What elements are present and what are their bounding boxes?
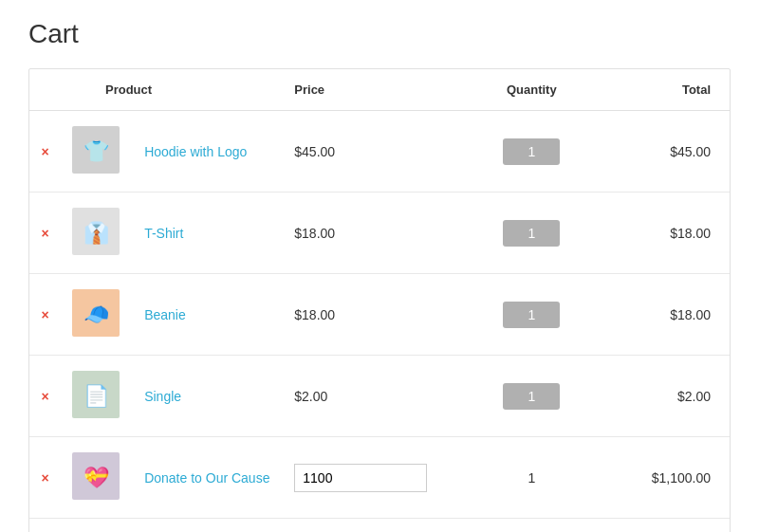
product-name-cell: Hoodie with Logo (133, 111, 283, 193)
product-total: $18.00 (621, 274, 730, 356)
svg-text:💝: 💝 (83, 465, 110, 490)
product-quantity[interactable]: 1 (441, 356, 621, 437)
cart-table: Product Price Quantity Total × 👕 Hoodie … (29, 69, 730, 519)
quantity-box[interactable]: 1 (503, 220, 560, 247)
product-price: $45.00 (283, 111, 441, 193)
donate-price-input[interactable] (294, 464, 427, 492)
product-total: $2.00 (621, 356, 730, 437)
col-header-price: Price (283, 69, 441, 111)
product-link[interactable]: T-Shirt (144, 226, 183, 241)
quantity-text: 1 (528, 470, 535, 486)
quantity-box[interactable]: 1 (503, 302, 560, 328)
product-image: 📄 (61, 356, 133, 437)
remove-item-button[interactable]: × (29, 111, 61, 193)
page-title: Cart (28, 19, 731, 49)
product-name-cell: T-Shirt (133, 193, 283, 274)
col-header-total: Total (621, 69, 730, 111)
product-link[interactable]: Donate to Our Cause (144, 470, 269, 486)
svg-text:👕: 👕 (83, 138, 110, 164)
quantity-box[interactable]: 1 (503, 383, 560, 410)
product-quantity[interactable]: 1 (441, 111, 621, 193)
product-price: $18.00 (283, 193, 441, 274)
table-row: × 💝 Donate to Our Cause 1 $1,100.00 (29, 437, 730, 519)
svg-text:📄: 📄 (83, 383, 110, 409)
quantity-box[interactable]: 1 (503, 138, 560, 165)
product-price (283, 437, 441, 519)
product-link[interactable]: Beanie (144, 307, 186, 322)
product-image: 👕 (61, 111, 133, 193)
product-name-cell: Single (133, 356, 283, 437)
remove-item-button[interactable]: × (29, 356, 61, 437)
product-quantity[interactable]: 1 (441, 193, 621, 274)
product-image: 👔 (61, 193, 133, 274)
table-row: × 📄 Single $2.00 1 $2.00 (29, 356, 730, 437)
product-price: $18.00 (283, 274, 441, 356)
cart-footer: Coupon code Apply coupon Update cart (29, 519, 730, 532)
product-image: 🧢 (61, 274, 133, 356)
svg-text:🧢: 🧢 (83, 302, 110, 327)
cart-table-wrapper: Product Price Quantity Total × 👕 Hoodie … (28, 68, 731, 532)
product-total: $45.00 (621, 111, 730, 193)
table-row: × 🧢 Beanie $18.00 1 $18.00 (29, 274, 730, 356)
product-image: 💝 (61, 437, 133, 519)
product-link[interactable]: Hoodie with Logo (144, 144, 247, 159)
table-row: × 👔 T-Shirt $18.00 1 $18.00 (29, 193, 730, 274)
product-total: $18.00 (621, 193, 730, 274)
remove-item-button[interactable]: × (29, 274, 61, 356)
product-name-cell: Donate to Our Cause (133, 437, 283, 519)
product-price: $2.00 (283, 356, 441, 437)
remove-item-button[interactable]: × (29, 193, 61, 274)
product-quantity: 1 (441, 437, 621, 519)
table-row: × 👕 Hoodie with Logo $45.00 1 $45.00 (29, 111, 730, 193)
product-quantity[interactable]: 1 (441, 274, 621, 356)
col-header-product: Product (29, 69, 283, 111)
col-header-quantity: Quantity (441, 69, 621, 111)
product-link[interactable]: Single (144, 389, 181, 404)
product-name-cell: Beanie (133, 274, 283, 356)
product-total: $1,100.00 (621, 437, 730, 519)
svg-text:👔: 👔 (83, 220, 110, 246)
remove-item-button[interactable]: × (29, 437, 61, 519)
